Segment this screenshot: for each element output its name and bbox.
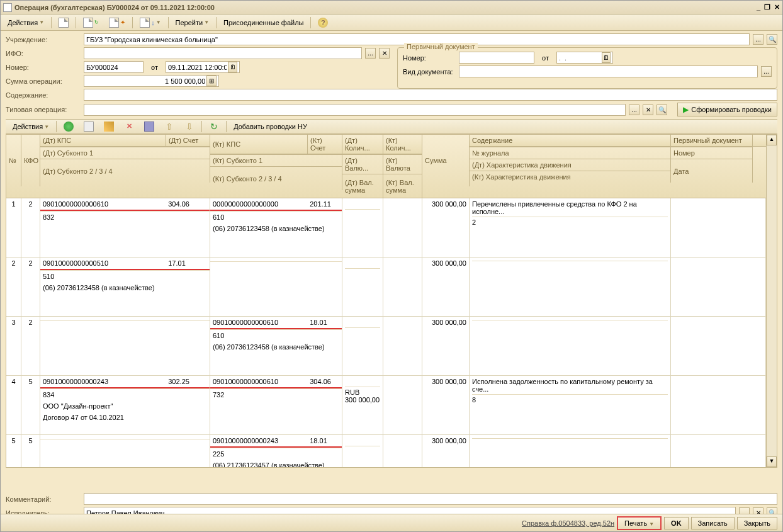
up-icon: ⇧ xyxy=(164,122,174,132)
delete-row-button[interactable]: ✕ xyxy=(120,120,138,133)
page-template-icon xyxy=(109,18,119,28)
entries-grid: № КФО (Дт) КПС(Дт) Счет (Дт) Субконто 1 … xyxy=(6,134,777,468)
save-icon xyxy=(144,122,154,132)
ok-button[interactable]: OK xyxy=(664,517,689,529)
org-label: Учреждение: xyxy=(6,36,81,43)
play-icon: ▶ xyxy=(683,105,689,114)
minimize-button[interactable]: _ xyxy=(757,3,760,11)
grid-header: № КФО (Дт) КПС(Дт) Счет (Дт) Субконто 1 … xyxy=(6,135,766,198)
comment-input[interactable] xyxy=(84,493,777,505)
page-icon xyxy=(59,18,69,28)
form-entries-button[interactable]: ▶Сформировать проводки xyxy=(677,103,777,116)
delete-icon: ✕ xyxy=(124,122,134,132)
close-form-button[interactable]: Закрыть xyxy=(737,517,777,529)
grid-actions-menu[interactable]: Действия ▼ xyxy=(8,121,54,132)
typical-input[interactable] xyxy=(84,104,626,116)
move-up-button[interactable]: ⇧ xyxy=(160,120,179,133)
table-row[interactable]: 1 2 09010000000000610304.06 832 00000000… xyxy=(6,198,766,258)
actions-menu[interactable]: Действия ▼ xyxy=(3,17,48,28)
close-button[interactable]: ✕ xyxy=(774,3,780,11)
calendar-icon[interactable]: 🗓 xyxy=(602,52,611,63)
copy-row-button[interactable] xyxy=(79,120,98,133)
ifo-select-button[interactable]: ... xyxy=(365,48,376,59)
calendar-icon[interactable]: 🗓 xyxy=(228,62,237,72)
primary-document-group: Первичный документ Номер: от 🗓 Вид докум… xyxy=(397,47,777,89)
template-button[interactable]: ✦ xyxy=(104,16,130,30)
typical-label: Типовая операция: xyxy=(6,106,81,113)
ifo-label: ИФО: xyxy=(6,50,81,57)
refresh-icon: ↻ xyxy=(209,122,219,132)
help-icon: ? xyxy=(318,18,328,28)
content-label: Содержание: xyxy=(6,91,81,99)
down-icon: ⇩ xyxy=(184,122,194,132)
date-input[interactable]: 🗓 xyxy=(166,61,240,73)
refresh-button[interactable]: ↻ xyxy=(205,120,223,133)
help-button[interactable]: ? xyxy=(313,16,332,30)
prim-type-select-button[interactable]: ... xyxy=(761,66,772,77)
prim-date-input[interactable]: 🗓 xyxy=(556,52,613,64)
table-row[interactable]: 5 5 0901000000000024318.01 225 (06) 2173… xyxy=(6,435,766,467)
primary-legend: Первичный документ xyxy=(404,43,478,50)
move-down-button[interactable]: ⇩ xyxy=(180,120,199,133)
titlebar: Операция (бухгалтерская) БУ000024 от 09.… xyxy=(1,1,782,14)
prim-type-input[interactable] xyxy=(459,65,758,77)
col-kfo[interactable]: КФО xyxy=(21,135,40,186)
typical-search-button[interactable]: 🔍 xyxy=(656,105,667,115)
page-reload-icon xyxy=(83,18,93,28)
prim-num-input[interactable] xyxy=(459,52,534,64)
org-search-button[interactable]: 🔍 xyxy=(767,34,777,45)
reload-button[interactable]: ↻ xyxy=(79,16,103,30)
col-num[interactable]: № xyxy=(6,135,21,186)
comment-label: Комментарий: xyxy=(6,495,81,503)
new-button[interactable] xyxy=(54,16,73,30)
main-toolbar: Действия ▼ ↻ ✦ ↓▼ Перейти ▼ Присоединенн… xyxy=(1,14,782,31)
from-label: от xyxy=(151,64,158,71)
ifo-input[interactable] xyxy=(84,47,362,59)
number-label: Номер: xyxy=(6,64,81,71)
add-row-button[interactable] xyxy=(59,120,78,133)
sum-label: Сумма операции: xyxy=(6,77,81,85)
page-insert-icon xyxy=(140,18,150,28)
table-row[interactable]: 4 5 09010000000000243302.25 834 ООО "Диз… xyxy=(6,376,766,435)
scroll-down-button[interactable]: ▼ xyxy=(767,456,777,467)
vertical-scrollbar[interactable]: ▲ ▼ xyxy=(766,135,777,467)
prim-num-label: Номер: xyxy=(403,54,456,62)
table-row[interactable]: 3 2 0901000000000061018.01 610 (06) 2073… xyxy=(6,317,766,376)
org-select-button[interactable]: ... xyxy=(753,34,763,45)
typical-select-button[interactable]: ... xyxy=(629,105,639,115)
grid-toolbar: Действия ▼ ✕ ⇧ ⇩ ↻ Добавить проводки НУ xyxy=(6,119,777,134)
table-row[interactable]: 2 2 0901000000000051017.01 510 (06) 2073… xyxy=(6,258,766,317)
calculator-icon[interactable]: ⊞ xyxy=(206,76,217,86)
maximize-button[interactable]: ❐ xyxy=(764,3,770,11)
prim-from-label: от xyxy=(542,54,549,62)
edit-row-button[interactable] xyxy=(99,120,118,133)
sum-input[interactable]: ⊞ xyxy=(84,75,219,87)
plus-icon xyxy=(64,122,74,132)
save-row-button[interactable] xyxy=(140,120,159,133)
number-input[interactable] xyxy=(84,61,144,73)
print-button[interactable]: Печать ▼ xyxy=(617,516,662,530)
prim-type-label: Вид документа: xyxy=(403,68,456,76)
app-icon xyxy=(3,3,12,12)
content-input[interactable] xyxy=(84,89,777,101)
copy-icon xyxy=(84,122,94,132)
scroll-up-button[interactable]: ▲ xyxy=(767,135,777,145)
save-button[interactable]: Записать xyxy=(691,517,735,529)
ifo-clear-button[interactable]: ✕ xyxy=(379,48,390,59)
help-link[interactable]: Справка ф.0504833, ред.52н xyxy=(522,519,614,527)
goto-menu[interactable]: Перейти ▼ xyxy=(171,17,214,28)
window-title: Операция (бухгалтерская) БУ000024 от 09.… xyxy=(14,4,757,11)
bottom-bar: Справка ф.0504833, ред.52н Печать ▼ OK З… xyxy=(1,514,782,531)
typical-clear-button[interactable]: ✕ xyxy=(643,105,653,115)
edit-icon xyxy=(104,122,114,132)
add-nu-button[interactable]: Добавить проводки НУ xyxy=(229,121,312,132)
attached-files-button[interactable]: Присоединенные файлы xyxy=(219,17,308,28)
insert-button[interactable]: ↓▼ xyxy=(135,16,165,30)
